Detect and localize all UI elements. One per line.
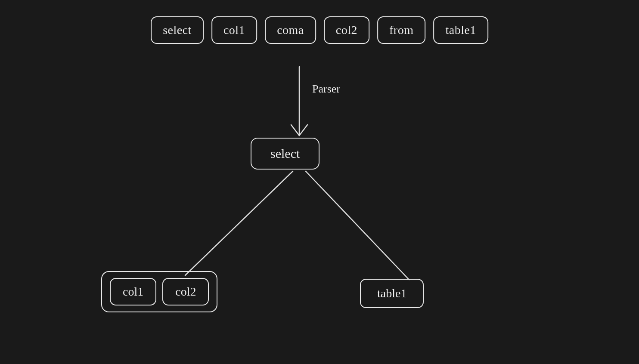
main-canvas: select col1 coma col2 from table1 Parser… — [0, 0, 639, 364]
tree-col2: col2 — [162, 278, 209, 305]
svg-line-1 — [291, 125, 299, 136]
tree-root-select: select — [251, 138, 320, 170]
tree-cols-group: col1 col2 — [101, 271, 217, 312]
token-col2: col2 — [324, 16, 369, 44]
svg-line-3 — [185, 171, 293, 275]
parser-label: Parser — [312, 83, 340, 96]
token-col1: col1 — [211, 16, 257, 44]
token-from: from — [377, 16, 425, 44]
tree-col1: col1 — [110, 278, 156, 305]
token-row: select col1 coma col2 from table1 — [151, 16, 488, 44]
tree-table1: table1 — [360, 279, 424, 308]
svg-line-2 — [299, 125, 307, 136]
svg-line-4 — [306, 171, 409, 280]
diagram-svg — [0, 0, 639, 364]
token-coma: coma — [265, 16, 316, 44]
token-table1: table1 — [433, 16, 488, 44]
token-select: select — [151, 16, 204, 44]
